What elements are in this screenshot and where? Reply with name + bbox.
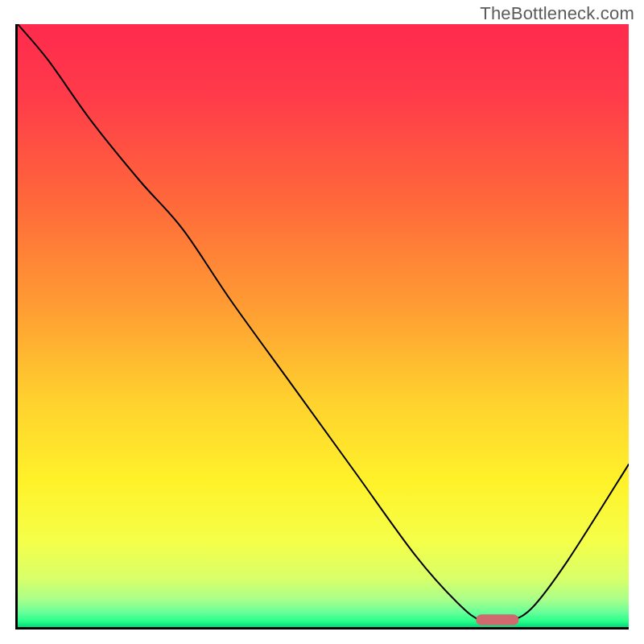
plot-area [18,24,629,627]
optimal-marker [18,24,629,627]
plot-frame [15,24,629,630]
watermark-text: TheBottleneck.com [480,3,634,24]
chart-container: TheBottleneck.com [0,0,644,644]
svg-rect-1 [476,614,518,625]
